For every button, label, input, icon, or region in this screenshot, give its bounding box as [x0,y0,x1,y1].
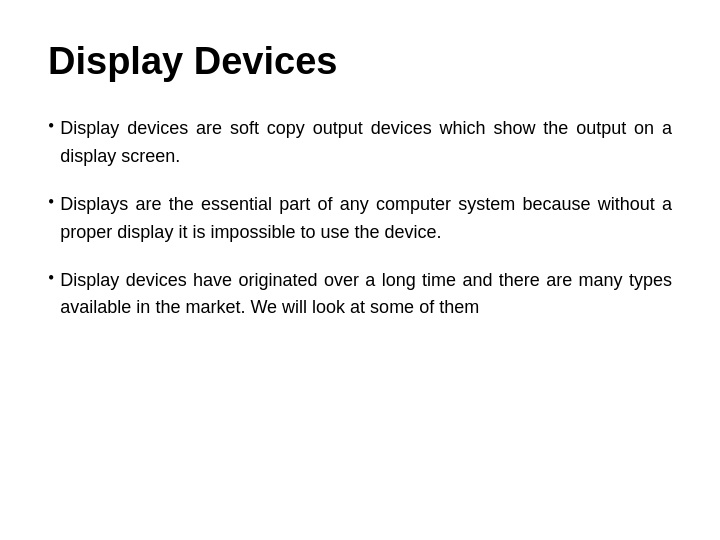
bullet-list: • Display devices are soft copy output d… [48,115,672,322]
bullet-dot: • [48,116,54,137]
page-title: Display Devices [48,40,672,83]
list-item: • Display devices have originated over a… [48,267,672,323]
bullet-dot: • [48,192,54,213]
list-item: • Display devices are soft copy output d… [48,115,672,171]
bullet-text-3: Display devices have originated over a l… [60,267,672,323]
bullet-text-1: Display devices are soft copy output dev… [60,115,672,171]
list-item: • Displays are the essential part of any… [48,191,672,247]
page-container: Display Devices • Display devices are so… [0,0,720,540]
bullet-text-2: Displays are the essential part of any c… [60,191,672,247]
bullet-dot: • [48,268,54,289]
